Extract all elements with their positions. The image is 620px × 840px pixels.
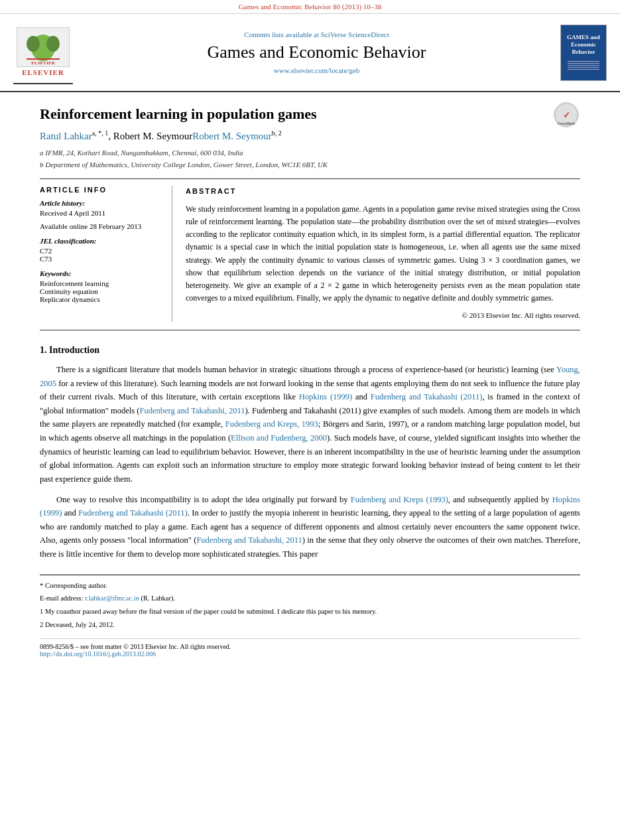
elsevier-logo-block: ELSEVIER ELSEVIER [13,21,73,84]
ref-young-2005[interactable]: Young, 2005 [40,365,580,388]
email-link[interactable]: r.lahkar@ifmr.ac.in [85,595,139,602]
journal-citation-bar: Games and Economic Behavior 80 (2013) 10… [0,0,620,14]
article-info-column: Article Info Article history: Received 4… [40,186,172,322]
issn-line: 0899-8256/$ – see front matter © 2013 El… [40,643,580,650]
crossmark-svg: ✓ CrossMark [554,103,578,127]
copyright-line: © 2013 Elsevier Inc. All rights reserved… [186,310,580,322]
elsevier-label: ELSEVIER [22,68,64,76]
ref-fudenberg-takahashi-2011d[interactable]: Fudenberg and Takahashi, 2011 [196,535,302,545]
svg-rect-4 [27,58,60,60]
authors-line: Ratul Lahkara, *, 1, Robert M. SeymourRo… [40,129,580,142]
keyword-2: Continuity equation [40,287,161,295]
bottom-info: 0899-8256/$ – see front matter © 2013 El… [40,638,580,658]
article-info-heading: Article Info [40,186,161,194]
journal-header: ELSEVIER ELSEVIER Contents lists availab… [0,14,620,92]
ref-fudenberg-takahashi-2011b[interactable]: Fudenberg and Takahashi, 2011 [140,406,245,415]
svg-point-3 [46,36,60,52]
ref-ellison-fudenberg-2000[interactable]: Ellison and Fudenberg, 2000 [231,433,327,443]
affil-b: b Department of Mathematics, University … [40,159,580,171]
jel-label: JEL classification: [40,237,161,245]
divider-after-abstract [40,330,580,330]
affil-a: a IFMR, 24, Kothari Road, Nungambakkam, … [40,147,580,159]
title-row: ✓ CrossMark Reinforcement learning in po… [40,105,580,123]
journal-cover-image: GAMES andEconomicBehavior [560,25,607,81]
main-text-section: 1. Introduction There is a significant l… [40,342,580,561]
svg-point-2 [27,36,40,52]
abstract-column: Abstract We study reinforcement learning… [186,186,580,322]
crossmark-icon: ✓ CrossMark [554,102,579,127]
jel-c73: C73 [40,255,161,263]
footnote-email: E-mail address: r.lahkar@ifmr.ac.in (R. … [40,593,580,604]
crossmark-badge[interactable]: ✓ CrossMark [554,102,580,129]
journal-title: Games and Economic Behavior [86,42,547,62]
cover-title-text: GAMES andEconomicBehavior [567,34,600,55]
author-seymour-super: b, 2 [272,129,282,137]
received-date: Received 4 April 2011 [40,209,161,217]
abstract-heading: Abstract [186,186,580,198]
ref-fudenberg-kreps-1993b[interactable]: Fudenberg and Kreps (1993) [351,495,448,504]
article-info-abstract: Article Info Article history: Received 4… [40,186,580,322]
history-label: Article history: [40,199,161,207]
jel-c72: C72 [40,247,161,255]
doi-line: http://dx.doi.org/10.1016/j.geb.2013.02.… [40,650,580,658]
intro-para-2: One way to resolve this incompatibility … [40,493,580,561]
svg-text:✓: ✓ [563,110,570,120]
intro-para-1: There is a significant literature that m… [40,363,580,486]
keywords-label: Keywords: [40,269,161,277]
ref-fudenberg-takahashi-2011c[interactable]: Fudenberg and Takahashi (2011) [78,508,188,518]
ref-fudenberg-kreps-1993[interactable]: Fudenberg and Kreps, 1993 [225,419,318,429]
journal-url[interactable]: www.elsevier.com/locate/geb [86,66,547,74]
footnote-star: * Corresponding author. [40,581,580,591]
elsevier-tree-icon: ELSEVIER [20,29,66,66]
divider-after-affiliations [40,178,580,179]
doi-link[interactable]: http://dx.doi.org/10.1016/j.geb.2013.02.… [40,650,156,658]
keyword-3: Replicator dynamics [40,295,161,303]
keyword-1: Reinforcement learning [40,279,161,287]
svg-text:CrossMark: CrossMark [558,121,575,125]
article-title: Reinforcement learning in population gam… [40,105,580,123]
affiliations: a IFMR, 24, Kothari Road, Nungambakkam, … [40,147,580,171]
journal-center-info: Contents lists available at SciVerse Sci… [73,31,560,74]
elsevier-logo-image: ELSEVIER [17,27,70,67]
ref-hopkins-1999[interactable]: Hopkins (1999) [299,392,352,401]
abstract-text: We study reinforcement learning in a pop… [186,203,580,305]
cover-decorative-lines [568,60,599,71]
sciverse-link[interactable]: Contents lists available at SciVerse Sci… [86,31,547,38]
author-lahkar-super: a, *, 1 [92,129,108,137]
author-seymour[interactable]: Robert M. Seymour [192,131,272,141]
available-date: Available online 28 February 2013 [40,222,161,230]
svg-text:ELSEVIER: ELSEVIER [31,60,55,66]
section-1-title: 1. Introduction [40,342,580,358]
footnote-2: 2 Deceased, July 24, 2012. [40,620,580,630]
author-sep: , Robert M. Seymour [108,131,192,141]
footnote-1: 1 My coauthor passed away before the fin… [40,606,580,617]
ref-fudenberg-takahashi-2011a[interactable]: Fudenberg and Takahashi (2011) [371,392,483,401]
footnotes-section: * Corresponding author. E-mail address: … [40,575,580,630]
author-lahkar[interactable]: Ratul Lahkar [40,131,92,141]
journal-citation: Games and Economic Behavior 80 (2013) 10… [239,3,382,11]
article-content: ✓ CrossMark Reinforcement learning in po… [0,92,620,671]
